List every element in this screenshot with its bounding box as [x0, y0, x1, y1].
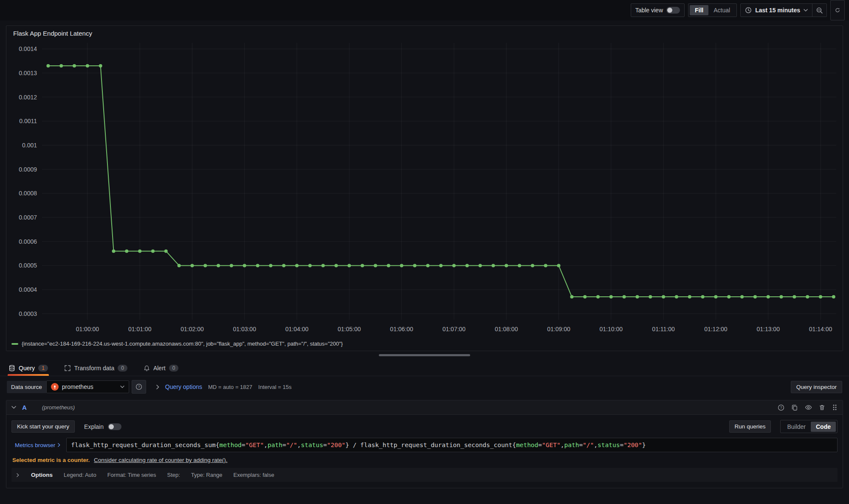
refresh-button[interactable]: [830, 0, 845, 20]
datasource-row: Data source prometheus ? Query options M…: [0, 376, 849, 397]
svg-text:01:00:00: 01:00:00: [76, 326, 99, 332]
svg-text:0.001: 0.001: [22, 142, 37, 149]
promql-query-input[interactable]: flask_http_request_duration_seconds_sum{…: [66, 438, 838, 452]
options-label: Options: [31, 472, 53, 478]
datasource-label: Data source: [7, 381, 46, 393]
query-row-actions: ?: [778, 404, 838, 411]
svg-text:01:09:00: 01:09:00: [547, 326, 570, 332]
code-mode-button[interactable]: Code: [811, 422, 836, 432]
bell-icon: [144, 365, 150, 372]
panel-editor-topbar: Table view Fill Actual Last 15 minutes: [0, 0, 849, 20]
editor-tabs: Query 1 Transform data 0 Alert 0: [0, 359, 849, 376]
help-icon[interactable]: ?: [778, 404, 784, 411]
query-options-collapsed-row[interactable]: Options Legend: AutoFormat: Time seriesS…: [11, 468, 838, 482]
time-picker-group: Last 15 minutes: [740, 3, 827, 17]
svg-text:01:11:00: 01:11:00: [652, 326, 675, 332]
svg-text:01:14:00: 01:14:00: [809, 326, 832, 332]
tab-transform-data[interactable]: Transform data 0: [63, 361, 128, 376]
chart-area: 0.00030.00040.00050.00060.00070.00080.00…: [6, 38, 843, 340]
editor-resize-handle[interactable]: [379, 354, 470, 356]
transform-icon: [64, 365, 71, 372]
query-options-row: Query options MD = auto = 1827 Interval …: [156, 383, 292, 390]
query-editor-body: Kick start your query Explain Run querie…: [6, 415, 843, 488]
svg-text:0.0012: 0.0012: [19, 94, 37, 101]
svg-text:0.0008: 0.0008: [19, 190, 37, 197]
toggle-knob: [109, 424, 114, 429]
kick-start-query-button[interactable]: Kick start your query: [11, 420, 75, 433]
interval-summary: Interval = 15s: [258, 384, 291, 390]
warning-rate-hint-link[interactable]: Consider calculating rate of counter by …: [94, 457, 227, 463]
hide-response-eye-icon[interactable]: [805, 404, 812, 411]
time-range-button[interactable]: Last 15 minutes: [741, 4, 812, 17]
run-queries-button[interactable]: Run queries: [729, 420, 771, 433]
explain-toggle[interactable]: [108, 423, 121, 430]
svg-text:0.0011: 0.0011: [19, 118, 37, 124]
table-view-label: Table view: [635, 7, 663, 14]
latency-chart[interactable]: 0.00030.00040.00050.00060.00070.00080.00…: [8, 38, 841, 335]
query-ref-id: A: [22, 404, 27, 411]
svg-text:?: ?: [780, 405, 782, 410]
chart-legend: {instance="ec2-184-169-216-224.us-west-1…: [6, 340, 843, 351]
latency-panel: Flask App Endpoint Latency 0.00030.00040…: [6, 25, 843, 351]
svg-text:01:03:00: 01:03:00: [233, 326, 256, 332]
tab-transform-label: Transform data: [74, 365, 114, 372]
builder-code-segmented: Builder Code: [780, 420, 838, 433]
explain-label: Explain: [84, 423, 104, 430]
svg-text:01:07:00: 01:07:00: [443, 326, 466, 332]
metrics-browser-toggle[interactable]: Metrics browser: [11, 438, 66, 452]
zoom-out-time-button[interactable]: [812, 4, 826, 17]
chevron-down-icon: [120, 386, 124, 388]
svg-text:01:05:00: 01:05:00: [338, 326, 361, 332]
prometheus-logo-icon: [51, 383, 59, 391]
chevron-right-icon: [156, 385, 159, 389]
svg-text:0.0007: 0.0007: [19, 214, 37, 221]
svg-text:01:04:00: 01:04:00: [285, 326, 309, 332]
svg-text:0.0009: 0.0009: [19, 166, 37, 173]
svg-text:01:01:00: 01:01:00: [128, 326, 152, 332]
actual-button[interactable]: Actual: [708, 5, 735, 15]
svg-text:0.0004: 0.0004: [19, 286, 37, 293]
collapse-chevron-icon[interactable]: [11, 406, 16, 409]
query-editor-card: A (prometheus) ? Kick start your query E: [6, 400, 843, 488]
drag-handle-icon[interactable]: [832, 404, 838, 411]
svg-text:0.0014: 0.0014: [19, 45, 37, 52]
datasource-help-button[interactable]: ?: [132, 380, 146, 394]
tab-alert-label: Alert: [153, 365, 166, 372]
legend-series-label[interactable]: {instance="ec2-184-169-216-224.us-west-1…: [22, 341, 343, 347]
datasource-select[interactable]: prometheus: [46, 380, 129, 393]
max-data-points-summary: MD = auto = 1827: [208, 384, 252, 390]
query-toolbar-row: Kick start your query Explain Run querie…: [11, 420, 838, 433]
datasource-field: Data source prometheus ?: [7, 380, 146, 394]
tab-query[interactable]: Query 1: [8, 361, 49, 376]
svg-text:0.0005: 0.0005: [19, 262, 37, 269]
database-icon: [8, 365, 15, 372]
duplicate-icon[interactable]: [791, 404, 798, 411]
counter-warning: Selected metric is a counter. Consider c…: [11, 457, 838, 463]
tab-alert[interactable]: Alert 0: [143, 361, 179, 376]
query-expression: flask_http_request_duration_seconds_sum{…: [71, 442, 646, 448]
svg-text:01:02:00: 01:02:00: [181, 326, 204, 332]
delete-trash-icon[interactable]: [819, 404, 825, 411]
table-view-toggle[interactable]: [666, 7, 680, 14]
svg-text:01:12:00: 01:12:00: [704, 326, 728, 332]
chevron-right-icon: [58, 443, 60, 447]
options-summary: Legend: AutoFormat: Time seriesStep:Type…: [64, 472, 274, 478]
svg-text:01:10:00: 01:10:00: [600, 326, 623, 332]
fill-button[interactable]: Fill: [690, 5, 708, 15]
query-inspector-button[interactable]: Query inspector: [791, 381, 842, 393]
panel-title: Flask App Endpoint Latency: [6, 26, 843, 38]
svg-text:0.0003: 0.0003: [19, 310, 37, 317]
query-row-header[interactable]: A (prometheus) ?: [6, 400, 843, 415]
legend-series-marker: [11, 343, 18, 345]
svg-text:0.0006: 0.0006: [19, 238, 37, 245]
query-options-toggle[interactable]: Query options: [165, 383, 202, 390]
builder-mode-button[interactable]: Builder: [782, 422, 811, 432]
query-datasource-hint: (prometheus): [42, 404, 75, 411]
svg-text:01:08:00: 01:08:00: [495, 326, 518, 332]
toggle-knob: [667, 8, 672, 13]
tab-transform-count: 0: [118, 365, 127, 372]
svg-text:01:13:00: 01:13:00: [756, 326, 780, 332]
chevron-right-icon: [17, 473, 19, 477]
svg-text:01:06:00: 01:06:00: [390, 326, 413, 332]
metrics-browser-row: Metrics browser flask_http_request_durat…: [11, 438, 838, 452]
